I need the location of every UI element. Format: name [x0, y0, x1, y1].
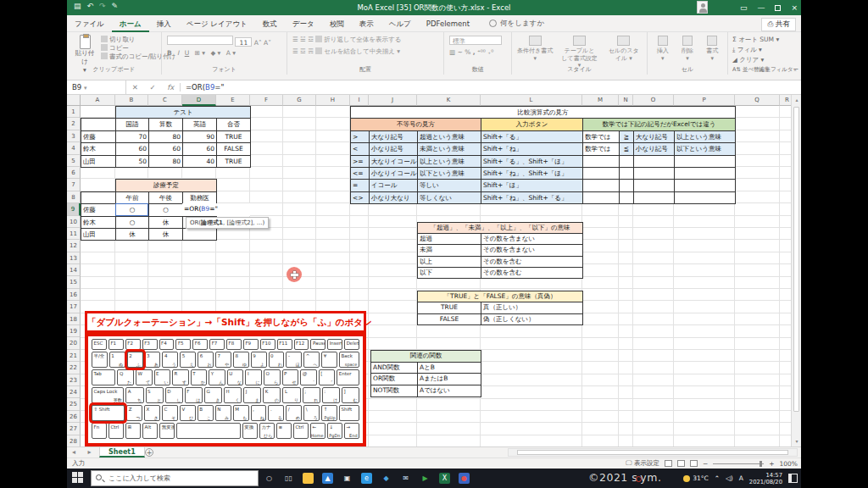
- cell[interactable]: 以上: [418, 257, 481, 268]
- row-header-8[interactable]: 8: [67, 191, 81, 203]
- row-header-11[interactable]: 11: [67, 228, 81, 240]
- cell[interactable]: ≧: [620, 131, 634, 143]
- page-break-view-icon[interactable]: [690, 460, 698, 467]
- row-header-12[interactable]: 12: [67, 240, 81, 252]
- cell[interactable]: 小なり記号: [370, 143, 418, 155]
- zoom-slider-thumb[interactable]: [760, 461, 762, 467]
- share-button[interactable]: ⎙ 共有: [761, 18, 796, 31]
- cell[interactable]: 60: [149, 143, 183, 155]
- cell[interactable]: 午後: [149, 192, 183, 204]
- row-header-15[interactable]: 15: [67, 276, 81, 288]
- cell[interactable]: AND関数: [371, 363, 418, 374]
- cell[interactable]: イコール: [370, 180, 418, 191]
- cell[interactable]: 70: [116, 131, 149, 143]
- cell[interactable]: 80: [149, 131, 183, 143]
- column-header-N[interactable]: N: [619, 95, 633, 106]
- row-header-4[interactable]: 4: [67, 142, 81, 154]
- font-name-select[interactable]: [167, 36, 233, 45]
- conditional-formatting-button[interactable]: 条件付き書式 ▾: [517, 36, 553, 69]
- cell[interactable]: 入力ボタン: [481, 119, 583, 130]
- column-header-L[interactable]: L: [481, 95, 582, 106]
- column-header-A[interactable]: A: [81, 95, 115, 106]
- cell[interactable]: 国語: [116, 119, 149, 130]
- cell[interactable]: <: [351, 143, 370, 155]
- normal-view-icon[interactable]: [665, 460, 672, 467]
- cell[interactable]: FALSE: [217, 143, 251, 155]
- cell[interactable]: >: [351, 131, 370, 143]
- ribbon-tab-ホーム[interactable]: ホーム: [112, 15, 149, 32]
- column-header-H[interactable]: H: [316, 95, 350, 106]
- row-header-20[interactable]: 20: [67, 337, 81, 349]
- cell[interactable]: ○: [149, 204, 183, 216]
- row-header-22[interactable]: 22: [67, 362, 81, 374]
- cell[interactable]: 真（正しい）: [481, 302, 583, 313]
- row-header-19[interactable]: 19: [67, 325, 81, 337]
- cell[interactable]: Shift+「ね」、Shift+「ほ」: [481, 168, 583, 180]
- column-header-O[interactable]: O: [633, 95, 674, 106]
- column-header-E[interactable]: E: [216, 95, 250, 106]
- taskbar-clock[interactable]: 14:572021/08/20: [749, 472, 782, 485]
- ribbon-tab-PDFelement[interactable]: PDFelement: [419, 15, 477, 32]
- cell[interactable]: 山田: [81, 156, 116, 168]
- tell-me-search[interactable]: 何をしますか: [489, 19, 544, 29]
- cell[interactable]: 未満という意味: [418, 143, 481, 155]
- row-header-10[interactable]: 10: [67, 216, 81, 228]
- cell[interactable]: AまたはB: [418, 374, 481, 385]
- underline-button[interactable]: U: [185, 49, 190, 57]
- account-avatar[interactable]: [697, 1, 708, 14]
- cell[interactable]: [634, 192, 675, 204]
- display-settings-button[interactable]: 🖵 表示設定: [626, 459, 659, 468]
- cell[interactable]: [634, 156, 675, 168]
- cell[interactable]: ≦: [620, 143, 634, 155]
- row-header-1[interactable]: 1: [67, 106, 81, 118]
- cell[interactable]: [634, 168, 675, 180]
- taskbar-icon-edge[interactable]: e: [361, 473, 372, 484]
- cell[interactable]: 60: [116, 143, 149, 155]
- row-header-24[interactable]: 24: [67, 386, 81, 398]
- ribbon-tab-データ[interactable]: データ: [285, 15, 322, 32]
- cell[interactable]: 鈴木: [81, 143, 116, 155]
- format-as-table-button[interactable]: テーブルとして書式設定 ▾: [561, 36, 597, 69]
- row-header-28[interactable]: 28: [67, 435, 81, 446]
- row-header-16[interactable]: 16: [67, 289, 81, 301]
- cell[interactable]: その数を含まない: [481, 245, 583, 256]
- fill-color-button[interactable]: ◆ ▾: [210, 49, 220, 57]
- ribbon-tab-ヘルプ[interactable]: ヘルプ: [381, 15, 419, 32]
- cell[interactable]: 診療予定: [116, 180, 217, 191]
- cell[interactable]: 休: [149, 217, 183, 229]
- cell[interactable]: 数学では: [583, 143, 620, 155]
- select-all-corner[interactable]: [67, 95, 81, 106]
- cell[interactable]: [183, 229, 217, 241]
- font-size-select[interactable]: 11: [235, 37, 252, 47]
- zoom-slider[interactable]: [713, 463, 764, 464]
- cell[interactable]: [675, 156, 736, 168]
- minimize-button[interactable]: —: [757, 3, 765, 12]
- cell[interactable]: 大なりイコール: [370, 156, 418, 168]
- cell[interactable]: 40: [183, 156, 217, 168]
- clear-button[interactable]: ◢ クリア ▾: [732, 55, 779, 65]
- row-header-23[interactable]: 23: [67, 374, 81, 386]
- row-header-2[interactable]: 2: [67, 118, 81, 130]
- formula-input[interactable]: =OR(B9=": [181, 83, 224, 92]
- cell[interactable]: 鈴木: [81, 217, 116, 229]
- cell[interactable]: 佐藤: [81, 131, 116, 143]
- row-header-9[interactable]: 9: [67, 203, 81, 215]
- row-header-14[interactable]: 14: [67, 264, 81, 276]
- taskbar-icon-app-green[interactable]: ▶: [420, 473, 431, 484]
- cell[interactable]: 大なり記号: [634, 131, 675, 143]
- cell[interactable]: 不等号の見方: [351, 119, 481, 130]
- column-header-Q[interactable]: Q: [735, 95, 780, 106]
- cell[interactable]: [620, 180, 634, 191]
- cell[interactable]: 80: [149, 156, 183, 168]
- row-header-18[interactable]: 18: [67, 313, 81, 325]
- action-center-icon[interactable]: [788, 474, 798, 483]
- cell[interactable]: 合否: [217, 119, 251, 130]
- cell[interactable]: 等しい: [418, 180, 481, 191]
- ribbon-display-options-icon[interactable]: ▭: [740, 3, 748, 12]
- cell[interactable]: 等しくない: [418, 192, 481, 204]
- cancel-icon[interactable]: ✕: [132, 83, 138, 92]
- taskbar-icon-explorer[interactable]: [303, 473, 314, 484]
- cell[interactable]: 60: [183, 143, 217, 155]
- cell[interactable]: 超過: [418, 234, 481, 245]
- column-header-J[interactable]: J: [369, 95, 417, 106]
